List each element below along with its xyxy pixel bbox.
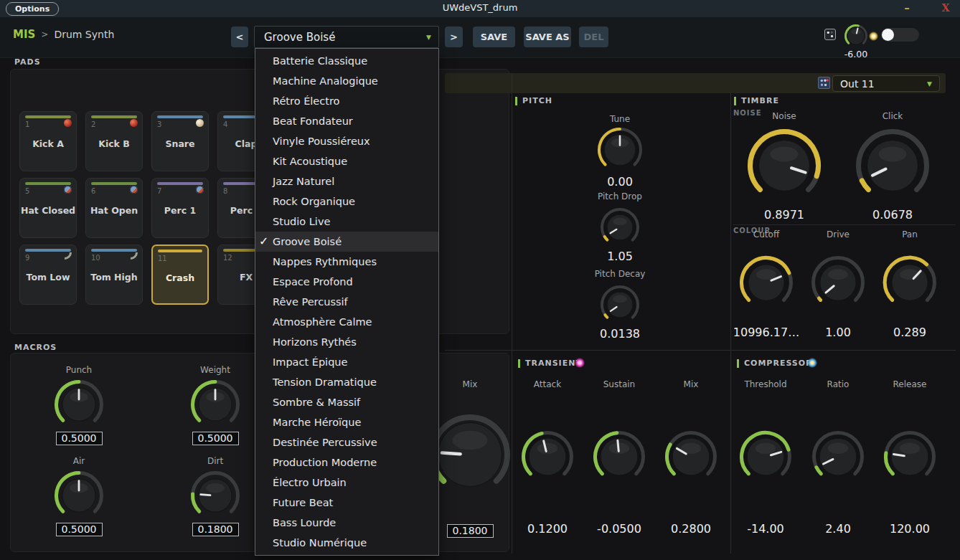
- pad-snare[interactable]: 3Snare: [151, 111, 209, 171]
- preset-dropdown-menu: Batterie ClassiqueMachine AnalogiqueRétr…: [255, 48, 439, 556]
- pad-crash[interactable]: 11Crash: [151, 245, 209, 305]
- knob-value[interactable]: 0.5000: [192, 432, 239, 445]
- pad-number: 2: [91, 120, 95, 128]
- knob-dial[interactable]: [190, 470, 240, 521]
- pad-tom-low[interactable]: 9Tom Low: [19, 245, 77, 305]
- preset-combobox[interactable]: Groove Boisé ▼: [254, 26, 439, 48]
- tune-knob[interactable]: Tune0.00: [573, 114, 667, 189]
- knob-dial[interactable]: [739, 430, 792, 483]
- preset-menu-item[interactable]: ✓Groove Boisé: [255, 232, 438, 252]
- preset-menu-item[interactable]: Jazz Naturel: [255, 171, 438, 191]
- knob-label: Mix: [463, 379, 478, 389]
- knob-label: Threshold: [744, 379, 786, 389]
- pad-kick-a[interactable]: 1Kick A: [19, 111, 77, 171]
- preset-menu-item[interactable]: Impact Épique: [255, 352, 438, 372]
- preset-menu-item[interactable]: Horizons Rythés: [255, 332, 438, 352]
- next-preset-button[interactable]: >: [445, 27, 463, 47]
- preset-menu-item[interactable]: Production Moderne: [255, 452, 438, 473]
- preset-menu-item[interactable]: Atmosphère Calme: [255, 312, 438, 332]
- divider: [733, 224, 956, 225]
- preset-menu-item-label: Studio Numérique: [273, 537, 367, 549]
- knob-label: Sustain: [603, 379, 635, 389]
- preset-menu-item[interactable]: Vinyle Poussiéreux: [255, 131, 438, 151]
- preset-menu-item[interactable]: Espace Profond: [255, 272, 438, 292]
- knob-value: 0.289: [893, 326, 926, 339]
- preset-menu-item[interactable]: Marche Héroïque: [255, 412, 438, 432]
- pitch-decay-knob[interactable]: Pitch Decay0.0138: [573, 269, 667, 341]
- output-grid-icon: [818, 77, 830, 89]
- pad-number: 12: [223, 254, 232, 262]
- knob-dial[interactable]: [600, 285, 640, 325]
- pitch-drop-knob[interactable]: Pitch Drop1.05: [573, 191, 667, 263]
- pad-tom-high[interactable]: 10Tom High: [85, 245, 143, 305]
- preset-menu-item[interactable]: Rétro Électro: [255, 91, 438, 111]
- minimize-button[interactable]: –: [900, 1, 914, 15]
- knob-value[interactable]: 0.5000: [56, 523, 103, 536]
- knob-dial[interactable]: [664, 430, 717, 483]
- preset-menu-item[interactable]: Beat Fondateur: [255, 111, 438, 131]
- pad-hat-open[interactable]: 6Hat Open: [85, 178, 143, 238]
- macro-punch-knob[interactable]: Punch0.5000: [32, 365, 126, 445]
- breadcrumb-root[interactable]: MIS: [13, 28, 35, 41]
- preset-menu-item[interactable]: Tension Dramatique: [255, 372, 438, 392]
- preset-menu-item[interactable]: Nappes Rythmiques: [255, 252, 438, 272]
- knob-dial[interactable]: [600, 207, 640, 247]
- pad-number: 9: [25, 254, 29, 262]
- pan-knob[interactable]: Pan0.289: [863, 229, 956, 339]
- knob-dial[interactable]: [597, 127, 643, 173]
- delete-preset-button[interactable]: DEL: [579, 27, 608, 47]
- pad-kick-b[interactable]: 2Kick B: [85, 111, 143, 171]
- knob-dial[interactable]: [883, 430, 936, 483]
- breadcrumb-separator: >: [41, 29, 48, 39]
- prev-preset-button[interactable]: <: [231, 27, 248, 47]
- macro-weight-knob[interactable]: Weight0.5000: [169, 365, 262, 445]
- save-as-button[interactable]: SAVE AS: [524, 27, 571, 47]
- knob-dial[interactable]: [844, 24, 868, 48]
- knob-dial[interactable]: [429, 414, 511, 495]
- preset-menu-item[interactable]: Rêve Percussif: [255, 292, 438, 312]
- close-button[interactable]: X: [938, 1, 953, 15]
- preset-menu-item[interactable]: Rock Organique: [255, 191, 438, 212]
- knob-value: 1.00: [825, 326, 851, 339]
- preset-menu-item[interactable]: Batterie Classique: [255, 51, 438, 71]
- noise-knob[interactable]: Noise0.8971: [738, 111, 831, 222]
- knob-dial[interactable]: [883, 255, 937, 310]
- macro-air-knob[interactable]: Air0.5000: [32, 456, 126, 536]
- pad-hat-closed[interactable]: 5Hat Closed: [19, 178, 77, 238]
- click-knob[interactable]: Click0.0678: [846, 111, 939, 222]
- pad-perc-1[interactable]: 7Perc 1: [151, 178, 209, 238]
- divider: [445, 350, 956, 351]
- preset-menu-item[interactable]: Studio Numérique: [255, 533, 438, 553]
- knob-dial[interactable]: [190, 379, 240, 430]
- knob-value: 2.40: [825, 522, 851, 536]
- knob-dial[interactable]: [811, 255, 865, 310]
- knob-dial[interactable]: [521, 430, 574, 483]
- preset-menu-item[interactable]: Future Beat: [255, 493, 438, 513]
- knob-value[interactable]: 0.1800: [447, 524, 494, 538]
- save-button[interactable]: SAVE: [473, 27, 515, 47]
- output-combobox[interactable]: Out 11 ▼: [832, 75, 940, 92]
- knob-dial[interactable]: [54, 379, 104, 430]
- knob-dial[interactable]: [739, 255, 794, 310]
- preset-menu-item[interactable]: Kit Acoustique: [255, 151, 438, 171]
- preset-menu-item[interactable]: Sombre & Massif: [255, 392, 438, 412]
- release-knob[interactable]: Release120.00: [863, 379, 956, 536]
- knob-value[interactable]: 0.5000: [56, 432, 103, 445]
- macro-dirt-knob[interactable]: Dirt0.1800: [169, 456, 262, 536]
- knob-dial[interactable]: [54, 470, 104, 521]
- hat-icon: [64, 186, 72, 194]
- knob-dial[interactable]: [747, 128, 822, 203]
- knob-dial[interactable]: [811, 430, 865, 483]
- knob-label: Punch: [66, 365, 92, 375]
- knob-dial[interactable]: [855, 128, 930, 203]
- pad-label: Kick A: [20, 138, 76, 149]
- preset-menu-item[interactable]: Bass Lourde: [255, 513, 438, 533]
- preset-menu-item[interactable]: Machine Analogique: [255, 71, 438, 91]
- knob-dial[interactable]: [593, 430, 646, 483]
- volume-knob[interactable]: -6.00: [809, 19, 903, 60]
- preset-menu-item[interactable]: Studio Live: [255, 212, 438, 232]
- preset-menu-item[interactable]: Électro Urbain: [255, 473, 438, 493]
- knob-value[interactable]: 0.1800: [192, 523, 239, 536]
- snare-icon: [196, 119, 204, 127]
- preset-menu-item[interactable]: Destinée Percussive: [255, 432, 438, 452]
